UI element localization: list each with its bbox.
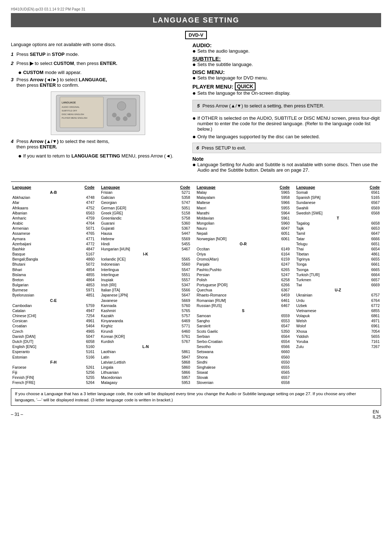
note-bullet-1: ● Language Setting for Audio and Subtitl…	[192, 162, 381, 173]
table-row: Kashmiri	[99, 308, 165, 313]
table-row: Serbo-Croatian	[195, 339, 265, 344]
table-code: 5868	[165, 360, 192, 365]
page-footer: – 31 – EN IL25	[11, 409, 381, 420]
table-row: Oromo(Afan)	[195, 257, 265, 262]
table-row: Latin	[99, 355, 165, 360]
table-row: Azerbaijani	[11, 241, 69, 246]
table-code: 6764	[355, 298, 381, 303]
table-row: Faroese	[11, 365, 69, 370]
discmenu-bullet-text: Sets the language for DVD menu.	[197, 75, 268, 81]
table-row: Sangho	[195, 318, 265, 323]
svg-point-8	[117, 102, 126, 110]
step-3: 3 Press Arrow (◄/►) to select LANGUAGE,t…	[11, 77, 185, 88]
table-code: 5547	[165, 267, 192, 272]
table-code: 6058	[69, 339, 96, 344]
table-row: Breton	[11, 277, 69, 282]
col2-lang-header: Language	[99, 185, 165, 190]
table-code: 6047	[265, 226, 291, 231]
table-code: 5955	[265, 205, 291, 210]
table-row: Russian [RUS]	[195, 303, 265, 308]
table-row: Interlingue	[99, 272, 165, 277]
audio-header: AUDIO:	[192, 42, 212, 48]
section-label: C-E	[11, 298, 96, 303]
page-code: EN IL25	[373, 409, 381, 420]
bullet-icon-subtitle: ●	[192, 62, 196, 67]
table-row: English [ENG]	[11, 344, 69, 349]
table-row: Bislama	[11, 272, 69, 277]
table-row: Sanskrit	[195, 323, 265, 328]
table-code: 5953	[165, 380, 192, 385]
svg-text:AUDIO       ORIGINAL: AUDIO ORIGINAL	[62, 106, 80, 108]
table-code: 6567	[355, 200, 381, 205]
step-num-3: 3	[11, 77, 13, 82]
table-code: 6467	[265, 303, 291, 308]
table-row: Polish	[195, 277, 265, 282]
note-bullet-text-1: Language Setting for Audio and Subtitle …	[197, 162, 381, 173]
table-row: Finnish [FIN]	[11, 375, 69, 380]
device-image: LANGUAGE AUDIO ORIGINAL SUBTITLE OFF DIS…	[51, 91, 145, 135]
table-code: 5256	[69, 370, 96, 375]
table-code: 4860	[69, 257, 96, 262]
table-row: Javanese	[99, 298, 165, 303]
table-row: Korean [KOR]	[99, 334, 165, 339]
table-row: Latvian;Lettish	[99, 360, 165, 365]
table-code: 6461	[265, 298, 291, 303]
table-code: 5047	[69, 334, 96, 339]
table-row: Estonian	[11, 355, 69, 360]
table-code: 6367	[265, 287, 291, 292]
table-row: Aymara	[11, 236, 69, 241]
bullet-icon-other1: ●	[192, 115, 196, 121]
svg-text:DISC MENU   ENGLISH: DISC MENU ENGLISH	[62, 113, 84, 115]
table-row: Yiddish	[295, 334, 355, 339]
table-code: 7267	[355, 344, 381, 349]
table-row: Swedish [SWE]	[295, 210, 355, 216]
table-code: 4851	[69, 292, 96, 298]
table-row: Kurdish	[99, 339, 165, 344]
table-code: 6861	[355, 313, 381, 318]
table-code: 5847	[165, 355, 192, 360]
table-code: 6061	[265, 236, 291, 241]
table-row: Vietnamese	[295, 308, 355, 313]
table-row: Macedonian	[99, 375, 165, 380]
table-row: Slovak	[195, 375, 265, 380]
table-row: Tatar	[295, 236, 355, 241]
table-code: 4855	[69, 272, 96, 277]
table-code: 7254	[69, 313, 96, 318]
table-row: Gujarati	[99, 226, 165, 231]
table-code: 6266	[265, 282, 291, 287]
table-row: Italian [ITA]	[99, 287, 165, 292]
table-code: 6469	[165, 318, 192, 323]
table-code: 5957	[165, 375, 192, 380]
table-row: Japanese [JPN]	[99, 292, 165, 298]
note-section: Note ● Language Setting for Audio and Su…	[192, 156, 381, 173]
table-code: 5160	[69, 344, 96, 349]
table-code: 6653	[355, 226, 381, 231]
table-row: Abkhazian	[11, 195, 69, 200]
table-row: Cambodian	[11, 303, 69, 308]
table-row: Hindi	[99, 241, 165, 246]
table-row: Zulu	[295, 344, 355, 349]
table-row: Sundanese	[295, 200, 355, 205]
left-column: Language options are not available with …	[11, 42, 185, 174]
table-row: Kannada	[99, 303, 165, 308]
table-code: 4971	[355, 318, 381, 323]
table-code: 6669	[355, 282, 381, 287]
subtitle-bullet-text: Sets the subtitle language.	[197, 62, 253, 67]
table-code: 6568	[355, 210, 381, 216]
table-code: 5771	[165, 323, 192, 328]
bullet-text-other1: If OTHER is selected on the AUDIO, SUBTI…	[197, 115, 381, 132]
footer-note: If you choose a Language that has a 3 le…	[11, 388, 381, 406]
table-row: Amharic	[11, 216, 69, 221]
table-code: 5767	[165, 339, 192, 344]
table-row: Bihari	[11, 267, 69, 272]
table-row: Basque	[11, 251, 69, 257]
table-row: Romanian [RUM]	[195, 298, 265, 303]
table-code: 5964	[265, 210, 291, 216]
bullet-icon-discmenu: ●	[192, 75, 196, 81]
table-code: 6655	[355, 257, 381, 262]
table-row: Lingala	[99, 365, 165, 370]
table-code: 5072	[69, 262, 96, 267]
bullet-icon-other2: ●	[192, 134, 196, 140]
table-code: 5166	[69, 355, 96, 360]
table-code: 6665	[355, 267, 381, 272]
